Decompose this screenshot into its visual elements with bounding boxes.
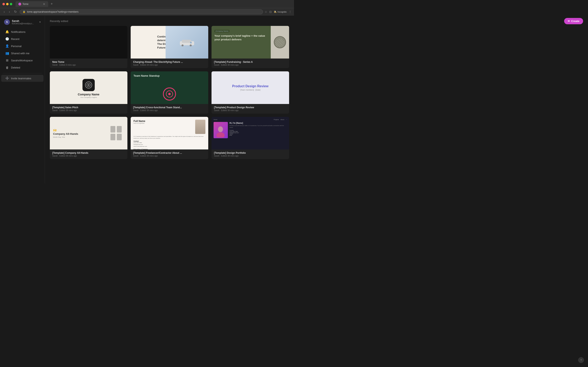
svg-point-16 [216, 132, 225, 137]
card-charging-ahead[interactable]: Continuing with determination.: The Elec… [131, 26, 208, 68]
card-design-portfolio[interactable]: Home Projects About ··· [212, 117, 289, 159]
sales-content: Company Name Your company's tagline [78, 77, 99, 98]
card-meta: Sarah · Edited 34 mins ago [133, 64, 206, 66]
minimize-button[interactable] [6, 3, 9, 5]
contact-label: Contact [134, 141, 205, 142]
svg-rect-1 [182, 40, 191, 43]
section-title: Recently edited [50, 20, 289, 23]
card-footer: [Template] Fundraising - Series A Sarah … [212, 58, 289, 68]
reload-button[interactable]: ↻ [13, 9, 18, 14]
charging-image [165, 26, 208, 58]
card-allhands[interactable]: 🙌 Company All-Hands Month Day, Year [50, 117, 127, 159]
hi-name: Hi, I'm [Name] [229, 122, 287, 124]
close-button[interactable] [2, 3, 5, 5]
svg-point-10 [168, 93, 171, 95]
avatar: S [4, 19, 10, 25]
new-tab-button[interactable]: + [51, 2, 53, 6]
sidebar-item-deleted[interactable]: 🗑 Deleted [1, 64, 43, 71]
sidebar-item-label: Personal [11, 45, 21, 48]
freelancer-body: A 2-3 sentence overview of the freelance… [134, 136, 205, 139]
extension-icon[interactable]: ⊡ [269, 10, 272, 13]
forward-button[interactable]: › [8, 9, 11, 14]
product-title: Product Design Review [232, 84, 268, 88]
tab-favicon [18, 3, 21, 6]
card-title: [Template] Cross-functional Team Stand..… [133, 106, 206, 109]
company-name-label: [Company Name] [214, 30, 229, 33]
card-title: [Template] Sales Pitch [52, 106, 125, 109]
card-footer: [Template] Design Portfolio Sarah · Edit… [212, 150, 289, 159]
card-new-tome[interactable]: New Tome Sarah · Edited 3 mins ago [50, 26, 127, 68]
card-meta: Sarah · Edited 38 mins ago [52, 155, 125, 157]
sidebar-item-personal[interactable]: 👤 Personal [1, 43, 43, 50]
allhands-text: 🙌 Company All-Hands Month Day, Year [53, 128, 108, 138]
fundraising-left: [Company Name] Your company's brief tagl… [212, 26, 271, 58]
standup-title: Team Name Standup [134, 74, 160, 77]
incognito-label: Incognito [277, 11, 287, 13]
trash-icon: 🗑 [5, 66, 9, 69]
product-content: Product Design Review [Team members] · [… [232, 84, 268, 91]
card-footer: [Template] Product Design Review Sarah ·… [212, 104, 289, 114]
card-title: [Template] Company All-Hands [52, 151, 125, 154]
sidebar-item-label: Recent [11, 38, 19, 41]
address-bar[interactable]: 🔒 tome.app/sarahsworkspace?settings=memb… [20, 9, 263, 14]
user-profile[interactable]: S Sarah 8263e52a@moodjoy.c... ▾ [1, 17, 43, 26]
education-label: Education & Training [134, 149, 205, 150]
url-text: tome.app/sarahsworkspace?settings=member… [27, 10, 79, 13]
svg-point-7 [88, 84, 89, 86]
car-svg [179, 38, 195, 46]
card-footer: [Template] Freelancer/Contractor About .… [131, 150, 208, 159]
portfolio-description: Introduce yourself and your skills in 2-… [229, 125, 287, 128]
invite-teammates-button[interactable]: ➕ Invite teammates [1, 75, 43, 82]
grid-icon: ⊞ [5, 58, 9, 62]
card-preview: Company Name Your company's tagline [50, 71, 127, 104]
user-info: Sarah 8263e52a@moodjoy.c... [12, 19, 37, 25]
people-icon: 👥 [5, 51, 9, 55]
product-subtitle: [Team members] · [Date] [232, 89, 268, 91]
svg-point-15 [218, 126, 223, 132]
portfolio-home: Home [214, 119, 217, 120]
contact-info: (213) 456-7890 hello@email.com www.custo… [134, 142, 205, 147]
card-title: [Template] Fundraising - Series A [214, 60, 287, 63]
sidebar-item-workspace[interactable]: ⊞ SarahsWorkspace [1, 57, 43, 64]
allhands-emoji: 🙌 [53, 128, 57, 132]
card-cross-functional[interactable]: Team Name Standup [Template] Cross-funct… [131, 71, 208, 114]
card-preview: Full Name Area of Expertise A 2-3 senten… [131, 117, 208, 150]
sales-logo [82, 79, 95, 91]
sales-logo-svg [85, 81, 93, 89]
sidebar-item-label: SarahsWorkspace [11, 59, 33, 62]
card-title: [Template] Design Portfolio [214, 151, 287, 154]
bookmark-icon[interactable]: ☆ [265, 10, 267, 13]
browser-nav: ‹ › ↻ 🔒 tome.app/sarahsworkspace?setting… [0, 8, 294, 16]
card-fundraising[interactable]: [Company Name] Your company's brief tagl… [212, 26, 289, 68]
browser-tab[interactable]: Tome ✕ [16, 1, 48, 7]
sidebar-item-notifications[interactable]: 🔔 Notifications [1, 28, 43, 35]
card-footer: Charging Ahead: The Electrifying Future … [131, 58, 208, 68]
allhands-date: Month Day, Year [53, 136, 108, 138]
main-content: Recently edited New Tome Sarah · Edited … [45, 16, 294, 184]
portfolio-nav-projects: Projects [274, 119, 279, 120]
back-button[interactable]: ‹ [2, 9, 6, 14]
card-preview: [Company Name] Your company's brief tagl… [212, 26, 289, 58]
card-meta: Sarah · Edited 38 mins ago [214, 109, 287, 111]
tab-close-button[interactable]: ✕ [43, 2, 45, 6]
circle-logo [274, 36, 286, 48]
card-preview: Home Projects About ··· [212, 117, 289, 150]
freelancer-info: Full Name Area of Expertise [134, 120, 145, 124]
card-footer: [Template] Company All-Hands Sarah · Edi… [50, 150, 127, 159]
card-meta: Sarah · Edited 38 mins ago [133, 155, 206, 157]
browser-nav-right: ☆ ⊡ 🕵 Incognito ⋮ [265, 10, 292, 13]
user-name: Sarah [12, 19, 37, 22]
freelancer-header: Full Name Area of Expertise [134, 120, 205, 134]
card-sales-pitch[interactable]: Company Name Your company's tagline [Tem… [50, 71, 127, 114]
sidebar-item-shared[interactable]: 👥 Shared with me [1, 50, 43, 57]
portfolio-nav-more: ··· [286, 119, 287, 120]
card-product-design[interactable]: Product Design Review [Team members] · [… [212, 71, 289, 114]
svg-rect-12 [117, 126, 122, 133]
menu-icon[interactable]: ⋮ [289, 10, 292, 13]
sidebar-item-recent[interactable]: 🕐 Recent [1, 35, 43, 42]
svg-rect-11 [111, 126, 115, 133]
card-freelancer[interactable]: Full Name Area of Expertise A 2-3 senten… [131, 117, 208, 159]
portfolio-nav: Projects About ··· [274, 119, 287, 120]
card-footer: New Tome Sarah · Edited 3 mins ago [50, 58, 127, 68]
maximize-button[interactable] [10, 3, 12, 5]
